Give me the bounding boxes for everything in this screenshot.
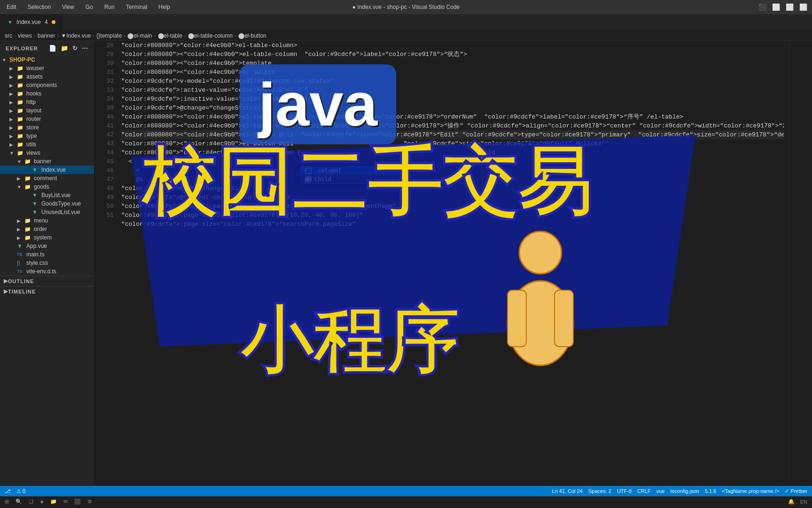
bc-template[interactable]: template [100, 32, 122, 39]
layout-icon-4[interactable]: ⬜ [799, 3, 807, 11]
taskbar-icon-app[interactable]: ⬛ [74, 499, 81, 505]
sidebar-item-type[interactable]: ▶📁type [0, 132, 94, 140]
code-line-31[interactable]: "color:#9cdcfe">v-model="color:#ce9178">… [121, 77, 784, 86]
sidebar-item-router[interactable]: ▶📁router [0, 115, 94, 123]
sidebar-item-layout[interactable]: ▶📁layout [0, 106, 94, 115]
layout-icon-2[interactable]: ⬜ [772, 3, 780, 11]
menu-edit[interactable]: Edit [5, 4, 18, 10]
code-line-33[interactable]: "color:#9cdcfe">:inactive-value="color:#… [121, 95, 784, 103]
sidebar-item-BuyList-vue[interactable]: ▼BuyList.vue [0, 191, 94, 199]
bc-banner[interactable]: banner [38, 32, 55, 39]
layout-icon-3[interactable]: ⬜ [786, 3, 794, 11]
bc-src[interactable]: src [5, 32, 12, 39]
sidebar-item-wxuser[interactable]: ▶📁wxuser [0, 64, 94, 72]
new-folder-icon[interactable]: 📁 [61, 45, 69, 52]
spaces-indicator[interactable]: Spaces: 2 [588, 488, 611, 494]
code-line-51[interactable]: "color:#9cdcfe">:page-size="color:#ce917… [121, 220, 784, 229]
refresh-icon[interactable]: ↻ [72, 45, 78, 52]
bc-elmain[interactable]: el-main [133, 32, 152, 39]
outline-section[interactable]: ▶ OUTLINE [0, 276, 94, 286]
taskbar-icons[interactable]: ⊞ 🔍 ❑ ◈ 📁 ✉ ⬛ ⚙ [5, 499, 92, 505]
code-line-44[interactable]: < [121, 157, 784, 166]
sidebar-item-components[interactable]: ▶📁components [0, 81, 94, 89]
bc-views[interactable]: views [18, 32, 32, 39]
sidebar-item-banner[interactable]: ▼📁banner [0, 157, 94, 166]
version-indicator[interactable]: 5.1.6 [705, 488, 716, 494]
sidebar-item-GoodsType-vue[interactable]: ▼GoodsType.vue [0, 199, 94, 208]
sidebar-item-main-ts[interactable]: TSmain.ts [0, 250, 94, 259]
code-line-49[interactable]: "color:#9cdcfe">:current-page.sync="colo… [121, 202, 784, 211]
prettier-indicator[interactable]: ✓ Prettier [785, 488, 807, 494]
menu-view[interactable]: View [60, 4, 76, 10]
code-line-48[interactable]: "color:#9cdcfe">@current-change=“current… [121, 193, 784, 202]
sidebar-item-hooks[interactable]: ▶📁hooks [0, 89, 94, 98]
sidebar-item-http[interactable]: ▶📁http [0, 98, 94, 106]
code-line-39[interactable]: "color:#808080"><"color:#4ec9b0">el-tabl… [121, 112, 784, 121]
code-line-43[interactable]: "color:#808080">"color:#4ec9b0">el-table… [121, 148, 784, 157]
scrollbar[interactable] [784, 41, 789, 486]
cursor-position[interactable]: Ln 41, Col 24 [552, 488, 583, 494]
error-count[interactable]: ⚠ 0 [16, 488, 25, 494]
code-line-blank[interactable]: "color:#808080">"color:#4ec9b0">el-table… [121, 41, 784, 50]
taskbar-icon-2[interactable]: 🔍 [16, 499, 22, 505]
taskbar-icon-1[interactable]: ⊞ [5, 499, 9, 505]
code-line-32[interactable]: "color:#9cdcfe">:active-value="color:#ce… [121, 86, 784, 95]
sidebar-item-style-css[interactable]: {}style.css [0, 259, 94, 267]
bc-eltablecolumn[interactable]: el-table-column [194, 32, 233, 39]
bc-elbutton[interactable]: el-button [244, 32, 266, 39]
sidebar-item-assets[interactable]: ▶📁assets [0, 72, 94, 81]
code-line-46[interactable]: @s [121, 175, 784, 184]
tab-index-vue[interactable]: ▼ Index.vue 4 [0, 14, 63, 31]
language-indicator[interactable]: vue [656, 488, 665, 494]
taskbar-icon-app2[interactable]: ⚙ [87, 499, 92, 505]
code-line-45[interactable]: < [121, 166, 784, 175]
code-line-41[interactable]: "color:#808080"><"color:#4ec9b0">el-butt… [121, 130, 784, 139]
menu-run[interactable]: Run [102, 4, 117, 10]
bc-file[interactable]: Index.vue [66, 32, 91, 39]
menu-terminal[interactable]: Terminal [124, 4, 149, 10]
sidebar-item-UnusedList-vue[interactable]: ▼UnusedList.vue [0, 208, 94, 216]
code-editor[interactable]: "color:#808080">"color:#4ec9b0">el-table… [117, 41, 784, 486]
code-line-47[interactable]: "color:#9cdcfe">@size-change=“size [121, 184, 784, 193]
line-ending-indicator[interactable]: CRLF [637, 488, 651, 494]
explorer-icons[interactable]: 📄 📁 ↻ ⋯ [49, 45, 88, 52]
menu-go[interactable]: Go [84, 4, 95, 10]
sidebar-item-comment[interactable]: ▶📁comment [0, 174, 94, 183]
code-line-40[interactable]: "color:#808080"><"color:#4ec9b0">el-tabl… [121, 121, 784, 130]
git-branch-icon[interactable]: ⎇ [5, 488, 11, 494]
editor-area[interactable]: 2829303132333439404142434445464748495051… [94, 41, 812, 486]
taskbar-icon-vscode[interactable]: ◈ [40, 499, 44, 505]
code-line-34[interactable]: "color:#9cdcfe">@change=“changeStatus(s [121, 103, 784, 112]
sidebar-item-goods[interactable]: ▼📁goods [0, 183, 94, 191]
tagname-indicator[interactable]: <TagName prop-name /> [722, 488, 779, 494]
code-line-30[interactable]: "color:#808080"><"color:#4ec9b0">el-swit… [121, 68, 784, 77]
sidebar-item-vite-env-d.ts[interactable]: TSvite-env.d.ts [0, 267, 94, 276]
sidebar-item-utils[interactable]: ▶📁utils [0, 140, 94, 149]
sidebar-item-store[interactable]: ▶📁store [0, 123, 94, 132]
timeline-section[interactable]: ▶ TIMELINE [0, 286, 94, 296]
code-line-50[interactable]: "color:#9cdcfe">:page-sizes="color:#ce91… [121, 211, 784, 220]
collapse-icon[interactable]: ⋯ [82, 45, 88, 52]
window-controls[interactable]: ⬛ ⬜ ⬜ ⬜ [758, 3, 807, 11]
taskbar-icon-folder[interactable]: 📁 [50, 499, 57, 505]
bc-eltable[interactable]: el-table [164, 32, 182, 39]
layout-icon-1[interactable]: ⬛ [758, 3, 766, 11]
autocomplete-item-2[interactable]: abc Child [301, 175, 404, 183]
tsconfig-indicator[interactable]: tsconfig.json [671, 488, 699, 494]
project-root[interactable]: ▼ SHOP-PC [0, 56, 94, 64]
encoding-indicator[interactable]: UTF-8 [617, 488, 632, 494]
autocomplete-item-1[interactable]: ⬛ .column[ [301, 167, 404, 175]
code-line-42[interactable]: "color:#808080"><"color:#4ec9b0">el-butt… [121, 139, 784, 148]
sidebar-item-views[interactable]: ▼📁views [0, 149, 94, 157]
taskbar-icon-mail[interactable]: ✉ [63, 499, 68, 505]
sidebar-item-menu[interactable]: ▶📁menu [0, 216, 94, 225]
taskbar-icon-3[interactable]: ❑ [29, 499, 33, 505]
code-line-29[interactable]: "color:#808080"><"color:#4ec9b0">templat… [121, 59, 784, 68]
new-file-icon[interactable]: 📄 [49, 45, 57, 52]
sidebar-item-order[interactable]: ▶📁order [0, 225, 94, 233]
code-line-28[interactable]: "color:#808080"><"color:#4ec9b0">el-tabl… [121, 50, 784, 59]
menu-selection[interactable]: Selection [26, 4, 53, 10]
titlebar-menu[interactable]: Edit Selection View Go Run Terminal Help [5, 4, 172, 10]
sidebar-item-system[interactable]: ▶📁system [0, 233, 94, 242]
menu-help[interactable]: Help [156, 4, 172, 10]
